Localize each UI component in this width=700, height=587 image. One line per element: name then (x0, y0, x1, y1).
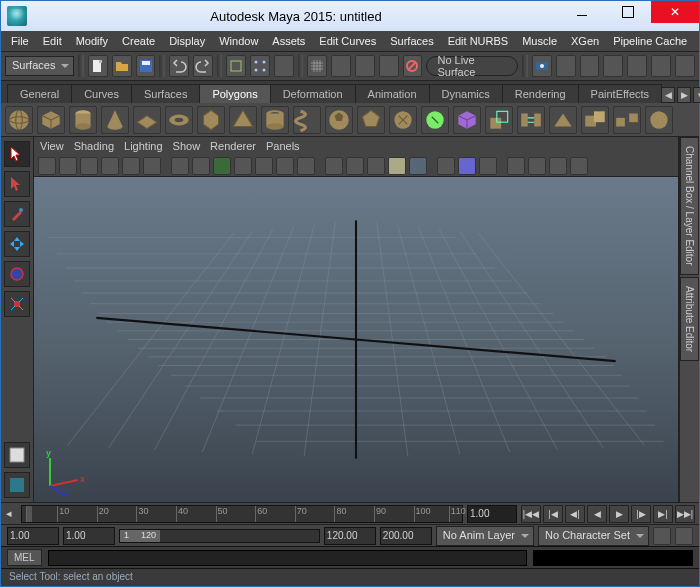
redo-icon[interactable] (193, 55, 213, 77)
select-tool[interactable] (4, 141, 30, 167)
panel-menu-show[interactable]: Show (173, 140, 201, 152)
shelf-scroll-right-icon[interactable]: ▶ (677, 87, 691, 103)
anim-end-field[interactable]: 200.00 (380, 527, 432, 545)
shelf-tab-curves[interactable]: Curves (71, 84, 132, 103)
panel-menu-lighting[interactable]: Lighting (124, 140, 163, 152)
time-ruler[interactable]: 10 20 30 40 50 60 70 80 90 100 110 (21, 505, 463, 523)
script-lang-selector[interactable]: MEL (7, 549, 42, 566)
2d-pan-icon[interactable] (122, 157, 140, 175)
snap-plane-icon[interactable] (379, 55, 399, 77)
menu-window[interactable]: Window (213, 33, 264, 49)
shelf-tab-polygons[interactable]: Polygons (199, 84, 270, 103)
shelf-tab-animation[interactable]: Animation (355, 84, 430, 103)
play-back-icon[interactable]: ◀ (587, 505, 607, 523)
poly-pipe-icon[interactable] (261, 106, 289, 134)
step-back-key-icon[interactable]: |◀ (543, 505, 563, 523)
menu-surfaces[interactable]: Surfaces (384, 33, 439, 49)
xray-joints-icon[interactable] (479, 157, 497, 175)
image-plane-icon[interactable] (101, 157, 119, 175)
poly-extrude-icon[interactable] (485, 106, 513, 134)
poly-bridge-icon[interactable] (517, 106, 545, 134)
menu-edit[interactable]: Edit (37, 33, 68, 49)
panel-menu-panels[interactable]: Panels (266, 140, 300, 152)
minimize-button[interactable] (559, 1, 605, 23)
poly-cube-purple-icon[interactable] (453, 106, 481, 134)
poly-cube-icon[interactable] (37, 106, 65, 134)
menu-modify[interactable]: Modify (70, 33, 114, 49)
grease-pencil-icon[interactable] (143, 157, 161, 175)
shadows-icon[interactable] (409, 157, 427, 175)
render-view-icon[interactable] (627, 55, 647, 77)
play-start-field[interactable]: 1.00 (63, 527, 115, 545)
safe-action-icon[interactable] (276, 157, 294, 175)
command-input[interactable] (48, 550, 527, 566)
field-chart-icon[interactable] (255, 157, 273, 175)
open-scene-icon[interactable] (112, 55, 132, 77)
render-settings-icon[interactable] (580, 55, 600, 77)
poly-soccer-icon[interactable] (325, 106, 353, 134)
character-set-selector[interactable]: No Character Set (538, 526, 649, 546)
channel-box-tab[interactable]: Channel Box / Layer Editor (680, 137, 699, 275)
bookmark-icon[interactable] (80, 157, 98, 175)
poly-helix-icon[interactable] (293, 106, 321, 134)
hypershade-icon[interactable] (603, 55, 623, 77)
layout-icon[interactable] (651, 55, 671, 77)
snap-surface-icon[interactable] (403, 55, 423, 77)
grid-toggle-icon[interactable] (171, 157, 189, 175)
wireframe-icon[interactable] (325, 157, 343, 175)
play-forward-icon[interactable]: ▶ (609, 505, 629, 523)
step-forward-icon[interactable]: |▶ (631, 505, 651, 523)
camera-select-icon[interactable] (38, 157, 56, 175)
save-scene-icon[interactable] (136, 55, 156, 77)
layout2-icon[interactable] (675, 55, 695, 77)
viewport-mb-icon[interactable] (549, 157, 567, 175)
anim-layer-selector[interactable]: No Anim Layer (436, 526, 534, 546)
play-end-field[interactable]: 120.00 (324, 527, 376, 545)
scale-tool[interactable] (4, 291, 30, 317)
xray-icon[interactable] (458, 157, 476, 175)
go-to-end-icon[interactable]: ▶▶| (675, 505, 695, 523)
move-tool[interactable] (4, 231, 30, 257)
menu-xgen[interactable]: XGen (565, 33, 605, 49)
shelf-scroll-left-icon[interactable]: ◀ (661, 87, 675, 103)
isolate-select-icon[interactable] (437, 157, 455, 175)
panel-menu-view[interactable]: View (40, 140, 64, 152)
poly-append-icon[interactable] (549, 106, 577, 134)
shelf-tab-deformation[interactable]: Deformation (270, 84, 356, 103)
menu-display[interactable]: Display (163, 33, 211, 49)
menu-file[interactable]: File (5, 33, 35, 49)
menu-edit-nurbs[interactable]: Edit NURBS (442, 33, 515, 49)
ipr-render-icon[interactable] (556, 55, 576, 77)
poly-separate-icon[interactable] (613, 106, 641, 134)
step-forward-key-icon[interactable]: ▶| (653, 505, 673, 523)
poly-platonic-icon[interactable] (357, 106, 385, 134)
shelf-tab-dynamics[interactable]: Dynamics (429, 84, 503, 103)
menu-pipeline-cache[interactable]: Pipeline Cache (607, 33, 693, 49)
snap-grid-icon[interactable] (307, 55, 327, 77)
lasso-tool[interactable] (4, 171, 30, 197)
current-frame-field[interactable]: 1.00 (467, 505, 517, 523)
viewport-aa-icon[interactable] (528, 157, 546, 175)
select-by-component-icon[interactable] (250, 55, 270, 77)
anim-start-field[interactable]: 1.00 (7, 527, 59, 545)
menu-edit-curves[interactable]: Edit Curves (313, 33, 382, 49)
shelf-tab-painteffects[interactable]: PaintEffects (578, 84, 663, 103)
menu-assets[interactable]: Assets (266, 33, 311, 49)
viewport-hq-icon[interactable] (507, 157, 525, 175)
auto-key-icon[interactable] (653, 527, 671, 545)
panel-menu-shading[interactable]: Shading (74, 140, 114, 152)
maximize-button[interactable] (605, 1, 651, 23)
step-back-icon[interactable]: ◀| (565, 505, 585, 523)
panel-menu-renderer[interactable]: Renderer (210, 140, 256, 152)
undo-icon[interactable] (169, 55, 189, 77)
sculpt-tool-icon[interactable] (421, 106, 449, 134)
attribute-editor-tab[interactable]: Attribute Editor (680, 277, 699, 361)
close-button[interactable] (651, 1, 699, 23)
poly-torus-icon[interactable] (165, 106, 193, 134)
poly-smooth-icon[interactable] (645, 106, 673, 134)
use-lights-icon[interactable] (388, 157, 406, 175)
film-gate-icon[interactable] (192, 157, 210, 175)
last-tool[interactable] (4, 442, 30, 468)
menu-muscle[interactable]: Muscle (516, 33, 563, 49)
poly-cylinder-icon[interactable] (69, 106, 97, 134)
